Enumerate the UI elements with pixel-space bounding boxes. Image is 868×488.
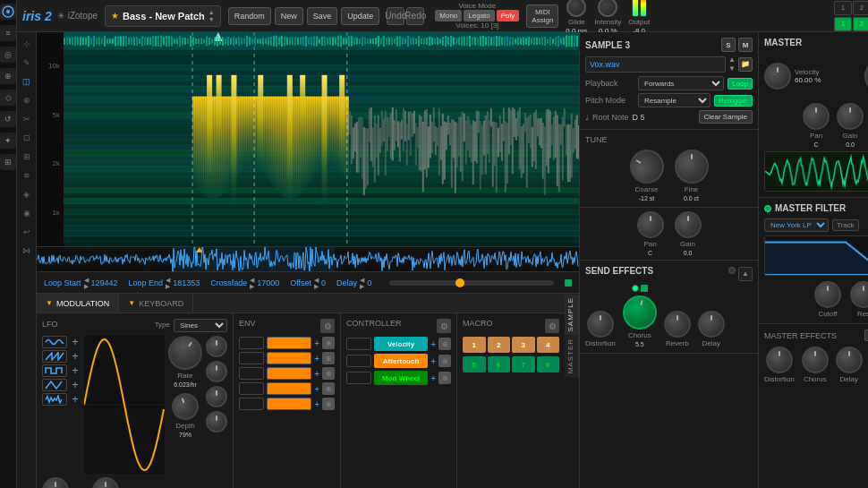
mfx-send-btn[interactable]: Send [864, 330, 868, 341]
ctrl-crosshair-1[interactable]: ⊕ [438, 338, 451, 350]
loop-active-led[interactable] [565, 279, 572, 287]
erase-icon[interactable]: ⊡ [19, 130, 35, 146]
env-bar-2[interactable] [267, 352, 311, 364]
lfo-knob-5[interactable] [206, 386, 227, 407]
mono-button[interactable]: Mono [435, 10, 462, 21]
redo-button[interactable]: Redo [406, 7, 424, 25]
filter-type-select[interactable]: New York LP [764, 218, 829, 232]
zoom-icon[interactable]: ⊕ [19, 92, 35, 108]
loop-icon[interactable]: ↩ [19, 224, 35, 240]
poly-button[interactable]: Poly [497, 10, 520, 21]
sample-gain-knob[interactable] [675, 211, 702, 238]
cutoff-knob[interactable] [814, 281, 841, 308]
master-pan-knob[interactable] [803, 103, 830, 130]
file-down-arrow[interactable]: ▼ [728, 64, 736, 73]
lfo-type-select[interactable]: Sines [174, 319, 227, 332]
ctrl-crosshair-3[interactable]: ⊕ [438, 372, 451, 384]
lfo-add-4[interactable]: + [70, 380, 81, 390]
send-expand-btn[interactable]: ▲ [738, 267, 753, 281]
save-button[interactable]: Save [307, 7, 338, 25]
env-wave-2[interactable] [239, 352, 264, 364]
env-plus-1[interactable]: + [314, 338, 319, 348]
select-icon[interactable]: ◫ [19, 73, 35, 90]
master-vert-tab[interactable]: MASTER [565, 335, 579, 377]
ctrl-aftertouch-bar[interactable]: Aftertouch [374, 354, 428, 368]
ctrl-settings-icon[interactable]: ⚙ [437, 319, 451, 333]
position-handle[interactable] [455, 278, 464, 287]
position-slider[interactable] [389, 280, 554, 286]
file-up-arrow[interactable]: ▲ [728, 56, 736, 64]
ctrl-plus-3[interactable]: + [430, 373, 436, 383]
macro-btn-8[interactable]: 8 [537, 356, 560, 372]
ctrl-crosshair-2[interactable]: ⊕ [438, 355, 451, 367]
sample-pan-knob[interactable] [637, 211, 664, 238]
glide-knob[interactable] [566, 0, 586, 17]
lfo-wave-triangle[interactable] [42, 379, 67, 391]
smear-icon[interactable]: ≋ [19, 167, 35, 184]
vm-1[interactable]: 1 [834, 1, 852, 15]
nav-icon-2[interactable]: ◎ [0, 47, 16, 63]
ctrl-wave-2[interactable] [346, 355, 371, 367]
midi-assign-button[interactable]: MIDI Assign [526, 4, 558, 28]
snap-icon[interactable]: ⋈ [19, 243, 35, 259]
playback-select[interactable]: Forwards [638, 76, 724, 90]
master-gain-knob[interactable] [837, 103, 864, 130]
lfo-knob-6[interactable] [206, 411, 227, 432]
env-plus-3[interactable]: + [314, 369, 319, 379]
env-bar-3[interactable] [267, 367, 311, 380]
clear-sample-button[interactable]: Clear Sample [699, 110, 753, 124]
loop-end-arrows[interactable]: ◀▶ [166, 277, 170, 289]
nav-icon-5[interactable]: ↺ [0, 111, 16, 127]
macro-btn-3[interactable]: 3 [512, 337, 535, 353]
pitch-mode-select[interactable]: Resample [638, 93, 711, 107]
crossfade-arrows[interactable]: ◀▶ [250, 277, 254, 289]
ctrl-modwheel-bar[interactable]: Mod Wheel [374, 371, 428, 385]
macro-btn-5[interactable]: 5 [463, 356, 486, 372]
nav-icon-1[interactable]: ≡ [0, 25, 16, 41]
sharpen-icon[interactable]: ◈ [19, 186, 35, 202]
env-crosshair-5[interactable]: ⊕ [322, 398, 335, 410]
loop-start-arrows[interactable]: ◀▶ [84, 277, 89, 289]
reverb-send-knob[interactable] [664, 311, 691, 338]
env-settings-icon[interactable]: ⚙ [320, 319, 335, 333]
vm-2[interactable]: 2 [853, 1, 868, 15]
ctrl-velocity-bar[interactable]: Velocity [374, 337, 428, 351]
lfo-depth-knob[interactable] [168, 390, 202, 424]
iris-logo-btn[interactable] [0, 4, 16, 20]
mfx-distortion-knob[interactable] [766, 347, 793, 373]
retrigger-button[interactable]: Retrigger [714, 95, 753, 107]
nav-icon-3[interactable]: ⊕ [0, 68, 16, 84]
lfo-rate-knob[interactable] [162, 330, 208, 376]
env-crosshair-3[interactable]: ⊕ [322, 367, 335, 380]
res-knob[interactable] [850, 281, 868, 308]
env-plus-2[interactable]: + [314, 354, 319, 364]
nav-icon-4[interactable]: ◇ [0, 90, 16, 106]
sample-s-btn[interactable]: S [721, 38, 736, 52]
env-wave-5[interactable] [239, 398, 264, 410]
ctrl-wave-1[interactable] [346, 338, 371, 350]
pencil-icon[interactable]: ✎ [19, 55, 35, 71]
paint-icon[interactable]: ⊞ [19, 149, 35, 165]
new-button[interactable]: New [275, 7, 303, 25]
macro-btn-1[interactable]: 1 [463, 337, 486, 353]
master-velocity-knob[interactable] [764, 63, 791, 90]
lfo-add-3[interactable]: + [70, 365, 81, 376]
macro-btn-4[interactable]: 4 [537, 337, 560, 353]
macro-settings-icon[interactable]: ⚙ [545, 319, 559, 333]
lfo-wave-saw[interactable] [42, 350, 67, 363]
fine-knob[interactable] [675, 150, 709, 184]
lfo-wave-sine[interactable] [42, 336, 67, 348]
file-arrows[interactable]: ▲ ▼ [728, 56, 736, 73]
blur-icon[interactable]: ◉ [19, 205, 35, 221]
filter-led[interactable] [764, 205, 771, 212]
macro-btn-7[interactable]: 7 [512, 356, 535, 372]
random-button[interactable]: Random [228, 7, 271, 25]
lfo-add-2[interactable]: + [70, 351, 81, 362]
cursor-icon[interactable]: ⊹ [19, 36, 35, 52]
lfo-add-5[interactable]: + [70, 394, 81, 405]
patch-down[interactable]: ▼ [208, 16, 215, 22]
lfo-add-1[interactable]: + [70, 337, 81, 347]
mfx-chorus-knob[interactable] [802, 347, 829, 373]
offset-arrows[interactable]: ◀▶ [314, 277, 319, 289]
env-plus-4[interactable]: + [314, 384, 319, 394]
